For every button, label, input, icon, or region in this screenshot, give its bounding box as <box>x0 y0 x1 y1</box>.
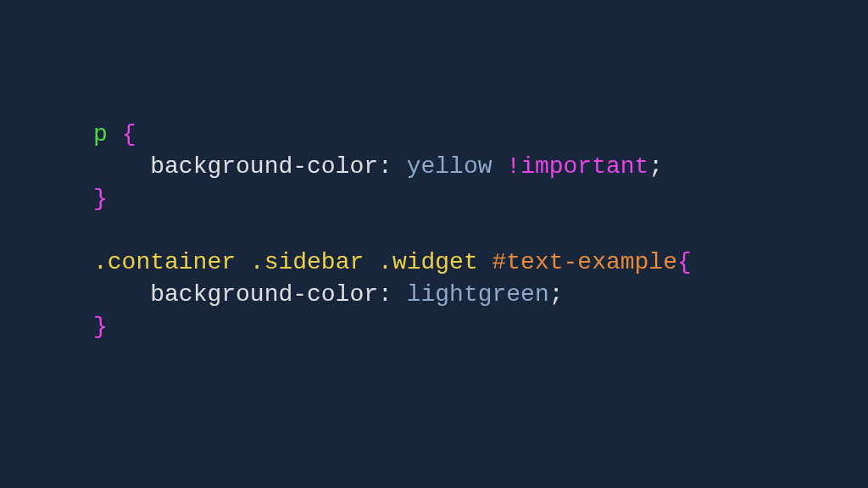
semicolon: ; <box>648 153 663 180</box>
brace-close: } <box>93 186 108 212</box>
selector-id: #text-example <box>492 249 677 275</box>
brace-open: { <box>122 121 136 147</box>
css-value: lightgreen <box>407 281 549 308</box>
semicolon: ; <box>549 281 564 308</box>
colon: : <box>378 153 392 180</box>
css-value: yellow <box>407 153 492 180</box>
brace-close: } <box>93 313 108 340</box>
indent <box>93 153 150 180</box>
brace-open: { <box>677 249 692 275</box>
css-property: background-color <box>150 153 378 180</box>
css-property: background-color <box>150 281 378 308</box>
indent <box>93 281 150 308</box>
selector-class: .container <box>93 249 236 275</box>
important-flag: !important <box>506 153 648 180</box>
selector-class: .widget <box>378 249 478 275</box>
selector-class: .sidebar <box>250 249 364 275</box>
code-snippet: p { background-color: yellow !important;… <box>93 119 868 343</box>
selector-tag: p <box>93 121 108 147</box>
colon: : <box>378 281 392 308</box>
